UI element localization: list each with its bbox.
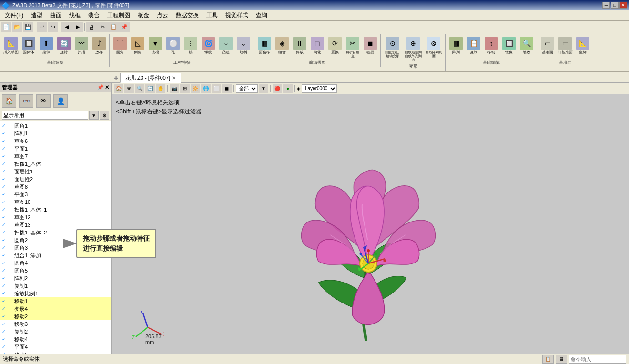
open-btn[interactable]: 📂 — [12, 22, 22, 32]
array-to-face-btn[interactable]: ⊗ 曲线阵列到面 — [424, 35, 444, 63]
view-btn-1[interactable]: 🏠 — [114, 84, 123, 93]
move-btn2[interactable]: ↕ 移动 — [483, 35, 500, 56]
view-btn-6[interactable]: ⊞ — [180, 84, 190, 93]
filter-dropdown-btn[interactable]: ▼ — [89, 111, 99, 120]
loft-btn[interactable]: ⤴ 放样 — [91, 35, 108, 56]
tree-item[interactable]: ✓面层性2 — [0, 175, 111, 183]
curve-to-face-btn[interactable]: ⊕ 曲线造型到曲线阵列到面 — [403, 35, 423, 63]
redo-btn[interactable]: ↪ — [48, 22, 58, 32]
menu-file[interactable]: 文件(F) — [1, 10, 27, 20]
scale-btn2[interactable]: 🔍 缩放 — [518, 35, 535, 56]
tree-item[interactable]: ✓扫拨1_基体_1 — [0, 206, 111, 213]
tree-item[interactable]: ✓移动2 — [0, 313, 111, 320]
hole-btn[interactable]: ⚪ 孔 — [164, 35, 182, 56]
tree-item[interactable]: ✓圆角5 — [0, 267, 111, 274]
sweep-btn[interactable]: 〰 扫描 — [73, 35, 90, 56]
view-btn-c2[interactable]: ● — [283, 84, 293, 93]
tree-item[interactable]: ✓缩放比例1 — [0, 290, 111, 297]
fillet-btn[interactable]: ⌒ 圆角 — [112, 35, 129, 56]
mirror-btn[interactable]: 🔲 镜像 — [500, 35, 517, 56]
menu-tools[interactable]: 工具 — [203, 10, 222, 20]
menu-drawing[interactable]: 工程制图 — [103, 10, 134, 20]
tree-item[interactable]: ✓复制1 — [0, 282, 111, 290]
tree-item[interactable]: ✓移动1 — [0, 297, 111, 305]
tree-item[interactable]: ✓草图12 — [0, 213, 111, 221]
maximize-button[interactable]: □ — [611, 2, 619, 9]
boss-btn[interactable]: ⌣ 凸起 — [217, 35, 234, 56]
print-btn[interactable]: 🖨 — [86, 22, 97, 32]
simplify-btn[interactable]: ◻ 简化 — [309, 35, 326, 59]
tree-item[interactable]: ✓草图10 — [0, 198, 111, 206]
tree-item[interactable]: ✓草图6 — [0, 137, 111, 145]
tree-item[interactable]: ✓圆角1 — [0, 122, 111, 130]
status-btn-2[interactable]: 🖥 — [556, 355, 567, 364]
tree-item[interactable]: ✓平面3 — [0, 191, 111, 198]
view-btn-9[interactable]: ⬜ — [212, 84, 221, 93]
panel-icon-view[interactable]: 👁 — [36, 94, 51, 108]
tree-item[interactable]: ✓面层性1 — [0, 168, 111, 175]
self-intersect-btn[interactable]: ✂ 解析自相交 — [344, 35, 361, 59]
panel-close-icon[interactable]: ✕ — [105, 84, 109, 91]
chamfer-btn[interactable]: ◺ 倒角 — [129, 35, 146, 56]
extract-datum-btn[interactable]: ▭ 抽基准面 — [557, 35, 574, 56]
coord-btn[interactable]: 📐 坐标 — [574, 35, 591, 56]
array-btn[interactable]: ▦ 阵列 — [447, 35, 465, 56]
layer-select[interactable]: Layer0000 — [302, 84, 337, 93]
paste-btn[interactable]: 📌 — [119, 22, 130, 32]
tree-item[interactable]: ✓阵列2 — [0, 274, 111, 282]
view-btn-pan[interactable]: ✋ — [156, 84, 165, 93]
tree-item[interactable]: ✓移动3 — [0, 320, 111, 328]
filter-settings-btn[interactable]: ⚙ — [100, 111, 109, 120]
tree-item[interactable]: ✓移动4 — [0, 335, 111, 343]
view-btn-10[interactable]: ◼ — [222, 84, 232, 93]
panel-icon-glasses[interactable]: 👓 — [19, 94, 33, 108]
menu-dataexchange[interactable]: 数据交换 — [172, 10, 203, 20]
forward-btn[interactable]: ▶ — [72, 22, 83, 32]
copy-btn2[interactable]: 📋 复制 — [465, 35, 482, 56]
tree-item[interactable]: ✓平面1 — [0, 145, 111, 152]
insert-sketch-btn[interactable]: 📐 插入草图 — [2, 35, 20, 56]
undo-btn[interactable]: ↩ — [37, 22, 47, 32]
copy-btn[interactable]: 📋 — [108, 22, 119, 32]
draft-btn[interactable]: ▼ 拔模 — [147, 35, 164, 56]
axis-deform-btn[interactable]: ⊙ 由指定点开始轴变形 — [383, 35, 403, 63]
view-btn-eye[interactable]: 👁 — [124, 84, 134, 93]
face-offset-btn[interactable]: ▦ 面偏移 — [256, 35, 273, 59]
park-btn[interactable]: ⏸ 停放 — [291, 35, 308, 59]
tree-item[interactable]: ✓复制2 — [0, 328, 111, 335]
revolve-btn[interactable]: 🔄 旋转 — [55, 35, 72, 56]
tree-item[interactable]: ✓草图13 — [0, 221, 111, 229]
tree-item[interactable]: ✓平面4 — [0, 343, 111, 351]
menu-surface[interactable]: 曲面 — [46, 10, 65, 20]
minimize-button[interactable]: ─ — [602, 2, 610, 9]
back-btn[interactable]: ◀ — [61, 22, 72, 32]
view-btn-7[interactable]: 🔆 — [191, 84, 200, 93]
filter-input[interactable] — [2, 111, 88, 120]
view-btn-5[interactable]: 📷 — [170, 84, 179, 93]
rib-btn[interactable]: ⋮ 筋 — [182, 35, 199, 56]
damage-btn[interactable]: ◼ 破损 — [362, 35, 379, 59]
replace-btn[interactable]: ⟳ 置换 — [326, 35, 344, 59]
view-filter-select[interactable]: 全部 — [236, 84, 258, 93]
menu-visualstyle[interactable]: 视觉样式 — [222, 10, 252, 20]
tree-item[interactable]: ✓草图7 — [0, 152, 111, 160]
tab-close-icon[interactable]: ✕ — [172, 75, 176, 81]
blank-btn[interactable]: ⌄ 坯料 — [235, 35, 252, 56]
view-btn-filter[interactable]: ▼ — [259, 84, 268, 93]
tree-item[interactable]: ✓阵列1 — [0, 130, 111, 137]
tab-flower[interactable]: 花儿 Z3 - [零件007] ✕ — [120, 73, 181, 83]
panel-pin-icon[interactable]: 📌 — [97, 84, 104, 91]
panel-icon-person[interactable]: 👤 — [53, 94, 68, 108]
view-btn-8[interactable]: 🌐 — [201, 84, 211, 93]
menu-sheetmetal[interactable]: 板金 — [134, 10, 153, 20]
menu-wireframe[interactable]: 线框 — [65, 10, 84, 20]
menu-pointcloud[interactable]: 点云 — [153, 10, 172, 20]
view-btn-rotate[interactable]: 🔄 — [145, 84, 155, 93]
new-btn[interactable]: 📄 — [1, 22, 11, 32]
tree-item[interactable]: ✓扫拨1_基体 — [0, 160, 111, 168]
close-button[interactable]: ✕ — [619, 2, 627, 9]
menu-modeling[interactable]: 造型 — [27, 10, 46, 20]
view-btn-zoom[interactable]: 🔍 — [135, 84, 144, 93]
viewport[interactable]: 🏠 👁 🔍 🔄 ✋ 📷 ⊞ 🔆 🌐 ⬜ ◼ 全部 ▼ 🔴 ● ◈ Layer00… — [112, 83, 629, 358]
tree-item[interactable]: ✓圆角4 — [0, 259, 111, 267]
